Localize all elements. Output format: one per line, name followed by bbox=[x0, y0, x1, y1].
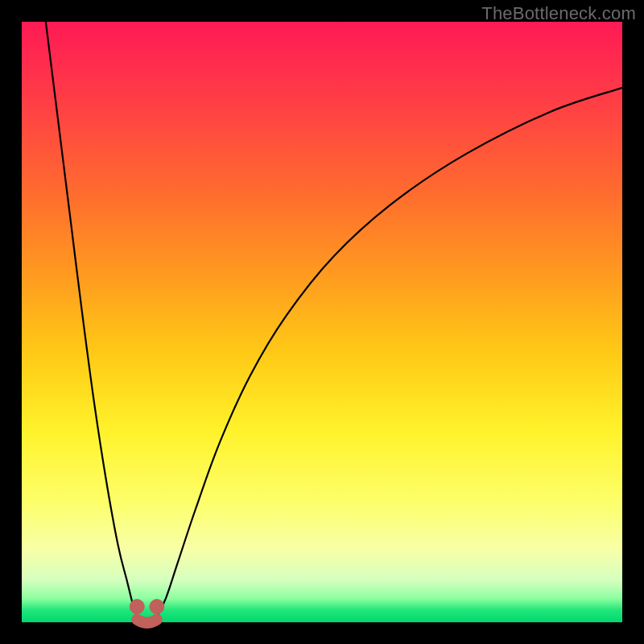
curve-right-branch bbox=[157, 88, 622, 616]
curve-left-branch bbox=[46, 22, 137, 617]
plot-frame bbox=[22, 22, 622, 622]
valley-right-dot bbox=[150, 600, 164, 614]
valley-bridge bbox=[137, 620, 157, 623]
valley-left-dot bbox=[130, 600, 144, 614]
plot-svg bbox=[22, 22, 622, 622]
